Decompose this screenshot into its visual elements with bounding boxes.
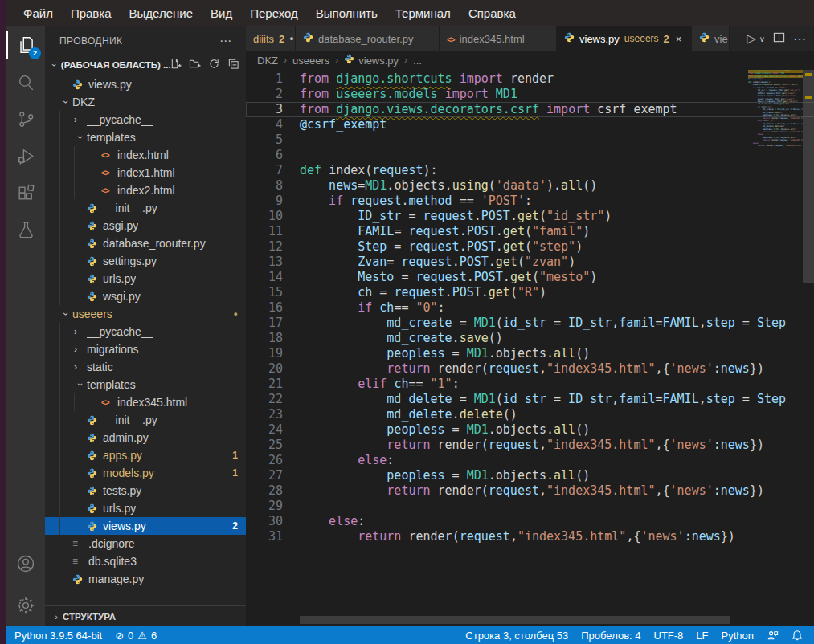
vertical-scrollbar-thumb[interactable] [803, 70, 814, 283]
explorer-icon[interactable]: 2 [6, 26, 45, 63]
run-python-file-icon[interactable]: ▷ [747, 31, 756, 46]
code-token [431, 438, 438, 452]
menu-item-выделение[interactable]: Выделение [121, 6, 202, 20]
code-line-7: 7def index(request): [246, 163, 814, 178]
tree-item-templates[interactable]: ›templates [45, 376, 246, 393]
tab-index345.html[interactable]: <>index345.html [440, 26, 557, 51]
tree-item-label: apps.py [103, 449, 142, 462]
tree-item-asgi.py[interactable]: asgi.py [45, 217, 246, 234]
code-token: ID_str [358, 209, 401, 223]
horizontal-scrollbar[interactable] [300, 616, 730, 624]
tree-item-migrations[interactable]: ›migrations [45, 340, 246, 358]
tab-views.py[interactable]: views.pyuseeers2× [557, 26, 692, 51]
tree-item-static[interactable]: ›static [45, 358, 246, 376]
testing-icon[interactable] [6, 211, 45, 248]
python-file-icon [87, 274, 103, 284]
indent-guide [329, 438, 358, 453]
feedback-icon[interactable] [767, 630, 779, 642]
breadcrumb-item-DKZ[interactable]: DKZ [257, 55, 278, 67]
breadcrumb-item-...[interactable]: ... [413, 55, 422, 67]
account-icon[interactable] [6, 543, 45, 585]
tree-item-database_roouter.py[interactable]: database_roouter.py [45, 234, 246, 252]
explorer-header: ПРОВОДНИК ⋯ [45, 26, 246, 55]
outline-section-header[interactable]: › СТРУКТУРА [45, 605, 246, 626]
tree-item-__pycache__[interactable]: ›__pycache__ [45, 111, 246, 128]
tree-item-__init__.py[interactable]: __init__.py [45, 411, 246, 429]
problems-indicator[interactable]: ⊘ 0 ⚠ 6 [115, 630, 157, 642]
menu-item-выполнить[interactable]: Выполнить [307, 6, 387, 20]
python-interpreter[interactable]: Python 3.9.5 64-bit [14, 630, 102, 642]
tree-item-wsgi.py[interactable]: wsgi.py [45, 287, 246, 305]
explorer-more-icon[interactable]: ⋯ [219, 34, 231, 48]
explorer-actions [170, 58, 239, 73]
breadcrumb-item-useeers[interactable]: useeers [292, 55, 329, 67]
code-token: famil [619, 392, 655, 406]
tree-item-db.sqlite3[interactable]: ≡db.sqlite3 [45, 552, 246, 570]
encoding[interactable]: UTF-8 [654, 630, 684, 642]
tree-item-models.py[interactable]: models.py1 [45, 464, 246, 482]
tree-item-views.py[interactable]: views.py2 [45, 517, 246, 535]
tab-diiits[interactable]: diiits2● [246, 26, 296, 51]
settings-icon[interactable] [6, 585, 45, 626]
close-icon[interactable]: × [676, 33, 682, 45]
tree-item-index1.html[interactable]: <>index1.html [45, 164, 246, 181]
tree-item-tests.py[interactable]: tests.py [45, 482, 246, 499]
refresh-icon[interactable] [208, 58, 220, 73]
tree-item-index345.html[interactable]: <>index345.html [45, 393, 246, 411]
menu-item-файл[interactable]: Файл [14, 6, 62, 20]
run-dropdown-icon[interactable]: ∨ [759, 35, 765, 43]
menu-item-переход[interactable]: Переход [241, 6, 307, 20]
code-token: Mesto [358, 270, 394, 284]
workspace-section-header[interactable]: › (РАБОЧАЯ ОБЛАСТЬ) ... [45, 55, 246, 75]
vertical-scrollbar[interactable] [803, 70, 814, 626]
notifications-bell-icon[interactable] [792, 630, 803, 641]
new-file-icon[interactable] [170, 58, 182, 73]
tree-item-manage.py[interactable]: manage.py [45, 570, 246, 588]
new-folder-icon[interactable] [189, 58, 201, 73]
tree-item-settings.py[interactable]: settings.py [45, 252, 246, 270]
tree-item-.dcignore[interactable]: ≡.dcignore [45, 535, 246, 552]
language-mode[interactable]: Python [722, 630, 754, 642]
tree-item-urls.py[interactable]: urls.py [45, 499, 246, 517]
cursor-position[interactable]: Строка 3, столбец 53 [465, 630, 568, 642]
indent-guide [358, 346, 387, 361]
more-actions-icon[interactable]: ⋯ [793, 31, 806, 47]
tab-database_roouter.py[interactable]: database_roouter.py [296, 26, 440, 51]
tree-item-views.py[interactable]: views.py [45, 75, 246, 93]
tab-vie[interactable]: vie [692, 26, 730, 51]
tab-label: diiits [253, 33, 274, 45]
breadcrumb-separator: › [284, 55, 287, 66]
indent-guide [329, 255, 358, 270]
tree-item-templates[interactable]: ›templates [45, 128, 246, 146]
menu-item-правка[interactable]: Правка [62, 6, 121, 20]
tree-item-apps.py[interactable]: apps.py1 [45, 446, 246, 464]
code-token: if [329, 194, 343, 208]
tree-item-DKZ[interactable]: ›DKZ [45, 93, 246, 111]
breadcrumb-item-views.py[interactable]: views.py [344, 54, 399, 67]
split-editor-icon[interactable] [773, 31, 785, 47]
extensions-icon[interactable] [6, 174, 45, 211]
code-line-31: 31return render(request,"index345.html",… [246, 529, 814, 544]
tree-item-__pycache__[interactable]: ›__pycache__ [45, 323, 246, 340]
code-token: . [496, 224, 503, 238]
collapse-all-icon[interactable] [227, 58, 239, 73]
code-token: "famil" [532, 224, 583, 238]
tree-item-useeers[interactable]: ›useeers● [45, 305, 246, 323]
tree-item-index2.html[interactable]: <>index2.html [45, 181, 246, 199]
code-editor[interactable]: 1from django.shortcuts import render2fro… [246, 70, 814, 626]
line-number: 11 [246, 224, 283, 239]
menu-item-справка[interactable]: Справка [460, 6, 525, 20]
tree-item-urls.py[interactable]: urls.py [45, 270, 246, 287]
menu-item-терминал[interactable]: Терминал [387, 6, 460, 20]
tree-item-admin.py[interactable]: admin.py [45, 429, 246, 446]
tree-item-index.html[interactable]: <>index.html [45, 146, 246, 164]
eol-sequence[interactable]: LF [696, 630, 708, 642]
run-and-debug-icon[interactable] [6, 137, 45, 174]
indent-guide [59, 217, 74, 234]
source-control-icon[interactable] [6, 100, 45, 137]
minimap[interactable]: from django.shortcuts import renderfrom … [748, 70, 803, 176]
search-icon[interactable] [6, 63, 45, 100]
indentation[interactable]: Пробелов: 4 [581, 630, 640, 642]
menu-item-вид[interactable]: Вид [202, 6, 241, 20]
tree-item-__init__.py[interactable]: __init__.py [45, 199, 246, 217]
